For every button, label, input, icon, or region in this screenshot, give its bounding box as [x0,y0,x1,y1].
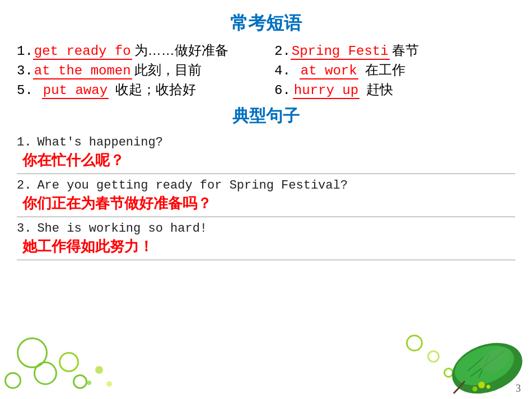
phrase-row-2: 3. at the momen 此刻，目前 4. at work 在工作 [17,61,515,79]
phrase-3: 3. at the momen 此刻，目前 [17,61,258,79]
svg-point-6 [478,382,485,388]
sentence-1-en: What's happening? [37,135,162,149]
phrase-6-cn: 赶快 [366,81,393,98]
circle-deco-6 [406,335,423,351]
slide: 常考短语 1. get ready fo 为……做好准备 2. Spring F… [0,0,532,399]
sentence-3: 3. She is working so hard! 她工作得如此努力！ [17,218,515,260]
circle-deco-8 [444,368,454,378]
decoration-area [0,337,532,399]
dot-1 [95,366,103,374]
phrase-5-en: put away [42,83,109,99]
circle-deco-5 [73,374,87,389]
phrase-3-cn: 此刻，目前 [134,61,202,79]
phrase-4-en: at work [300,63,358,79]
phrase-6: 6. hurry up 赶快 [274,81,515,99]
sentence-3-num: 3. [17,222,31,236]
phrase-6-en: hurry up [293,83,360,99]
svg-point-7 [473,387,478,392]
svg-line-4 [468,354,487,371]
circle-deco-3 [4,372,21,389]
phrase-1-cn: 为……做好准备 [134,41,228,59]
phrase-row-3: 5. put away 收起；收拾好 6. hurry up 赶快 [17,81,515,99]
leaf-decoration [437,337,526,396]
circle-deco-7 [427,350,440,363]
phrase-3-num: 3. [17,63,33,78]
sentence-1: 1. What's happening? 你在忙什么呢？ [17,132,515,174]
circle-deco-4 [59,352,79,372]
page-number: 3 [516,383,521,395]
circle-deco-2 [34,362,57,385]
phrase-2-en: Spring Festi [291,44,390,60]
svg-line-2 [470,351,504,377]
phrase-1-en: get ready fo [33,44,132,60]
sentence-2-en: Are you getting ready for Spring Festiva… [37,179,348,193]
sentences-section: 1. What's happening? 你在忙什么呢？ 2. Are you … [17,132,515,260]
phrase-2: 2. Spring Festi 春节 [274,41,515,60]
phrase-5-cn: 收起；收拾好 [115,81,196,98]
phrase-1-num: 1. [17,44,33,59]
circle-deco-1 [17,337,48,368]
svg-point-0 [445,337,526,396]
phrase-3-en: at the momen [33,63,132,79]
sentence-1-cn: 你在忙什么呢？ [22,151,515,172]
sentence-2: 2. Are you getting ready for Spring Fest… [17,175,515,217]
title-sentences: 典型句子 [17,105,515,128]
phrase-row-1: 1. get ready fo 为……做好准备 2. Spring Festi … [17,41,515,60]
phrase-4-cn: 在工作 [365,61,405,79]
phrase-2-num: 2. [274,44,291,59]
phrase-6-num: 6. [274,83,291,98]
svg-line-3 [479,353,490,378]
sentence-2-num: 2. [17,179,31,193]
sentence-1-num: 1. [17,135,31,149]
dot-2 [106,381,112,387]
phrase-4: 4. at work 在工作 [274,61,515,79]
svg-point-5 [476,342,515,377]
sentence-3-en: She is working so hard! [37,222,207,236]
dot-3 [87,381,91,385]
svg-point-8 [487,385,491,389]
phrase-1: 1. get ready fo 为……做好准备 [17,41,258,60]
sentence-2-cn: 你们正在为春节做好准备吗？ [22,194,515,215]
phrase-2-cn: 春节 [392,41,419,59]
phrases-section: 1. get ready fo 为……做好准备 2. Spring Festi … [17,41,515,99]
sentence-3-cn: 她工作得如此努力！ [22,237,515,259]
phrase-5-num: 5. [17,83,33,98]
svg-point-1 [449,338,519,393]
title-phrases: 常考短语 [17,11,515,36]
phrase-5: 5. put away 收起；收拾好 [17,81,258,99]
phrase-4-num: 4. [274,63,291,78]
